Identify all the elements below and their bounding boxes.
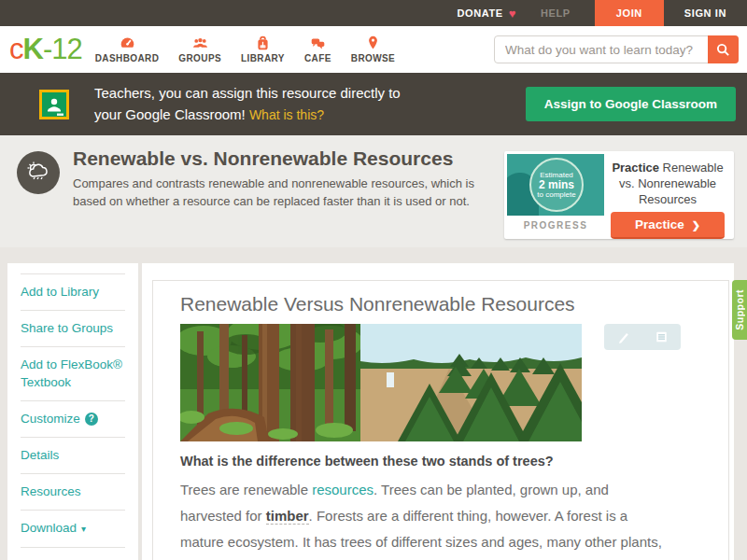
estimate-line3: to complete (537, 190, 575, 199)
search-icon (716, 43, 730, 57)
chat-icon (310, 35, 326, 51)
inline-link-resources[interactable]: resources (312, 482, 374, 497)
search-input[interactable] (494, 35, 739, 63)
assign-to-classroom-button[interactable]: Assign to Google Classroom (526, 87, 736, 121)
ck12-resource-page: DONATE♥ HELP JOIN SIGN IN cK-12 DASHBOAR… (0, 0, 747, 560)
nav-label: LIBRARY (241, 53, 285, 63)
logo-c: c (9, 33, 23, 65)
google-classroom-icon (39, 90, 69, 119)
download-label: Download (21, 521, 77, 535)
pencil-icon (617, 330, 630, 343)
people-icon (192, 35, 208, 51)
support-tab-label: Support (734, 289, 745, 330)
weather-subject-icon (17, 151, 60, 194)
practice-action-column: Practice Renewable vs. Nonrenewable Reso… (607, 151, 734, 239)
sidebar-item-add-to-library[interactable]: Add to Library (21, 273, 125, 310)
donate-label: DONATE (457, 7, 502, 19)
resource-title: Renewable vs. Nonrenewable Resources (73, 147, 453, 170)
customize-label: Customize (21, 412, 80, 426)
highlight-pencil-button[interactable] (610, 326, 638, 348)
practice-widget: Estimated 2 mins to complete PROGRESS Pr… (504, 151, 734, 239)
top-utility-bar: DONATE♥ HELP JOIN SIGN IN (0, 0, 747, 26)
nav-label: DASHBOARD (95, 53, 160, 63)
sidebar-item-resources[interactable]: Resources (21, 473, 125, 510)
help-question-badge[interactable]: ? (85, 413, 98, 426)
page-body: Add to Library Share to Groups Add to Fl… (0, 247, 747, 560)
nav-item-dashboard[interactable]: DASHBOARD (95, 35, 160, 63)
main-panel: Renewable Versus Nonrenewable Resources (142, 263, 734, 560)
logo-12: -12 (43, 33, 82, 65)
estimate-line2: 2 mins (539, 179, 574, 190)
article-question: What is the difference between these two… (180, 454, 728, 469)
article-card: Renewable Versus Nonrenewable Resources (152, 280, 729, 560)
chevron-right-icon: ❯ (692, 219, 700, 231)
practice-button[interactable]: Practice❯ (611, 212, 725, 239)
nav-item-cafe[interactable]: CAFE (304, 35, 331, 63)
main-navbar: cK-12 DASHBOARD GROUPS LIBRARY CAFE BROW… (0, 26, 747, 73)
nav-item-browse[interactable]: BROWSE (351, 35, 395, 63)
sidebar-item-download[interactable]: Download▾ (21, 510, 125, 547)
ck12-logo[interactable]: cK-12 (9, 33, 82, 66)
practice-title-bold: Practice (612, 161, 659, 175)
sign-in-button[interactable]: SIGN IN (664, 7, 747, 19)
nav-label: CAFE (304, 53, 331, 63)
natural-forest-image (180, 324, 360, 441)
search-button[interactable] (708, 35, 739, 63)
caret-down-icon: ▾ (81, 524, 86, 534)
practice-widget-title: Practice Renewable vs. Nonrenewable Reso… (609, 160, 726, 207)
help-link[interactable]: HELP (541, 7, 571, 19)
logo-k: K (23, 33, 43, 65)
paragraph-text: Trees are renewable (180, 482, 312, 497)
donate-link[interactable]: DONATE♥ (457, 7, 516, 21)
backpack-icon (255, 35, 271, 51)
article-paragraph: Trees are renewable resources. Trees can… (180, 477, 672, 560)
sidebar-item-customize[interactable]: Customize? (21, 400, 125, 437)
glossary-term-timber[interactable]: timber (266, 508, 309, 525)
banner-message: Teachers, you can assign this resource d… (94, 82, 423, 126)
practice-progress-column: Estimated 2 mins to complete PROGRESS (504, 151, 607, 239)
resource-description: Compares and contrasts renewable and non… (73, 175, 491, 210)
heart-icon: ♥ (509, 7, 516, 21)
search-bar (494, 35, 739, 63)
gauge-icon (120, 35, 135, 51)
nav-label: BROWSE (351, 53, 395, 63)
note-document-icon (655, 330, 669, 343)
nav-item-library[interactable]: LIBRARY (241, 35, 285, 63)
join-button[interactable]: JOIN (595, 0, 664, 26)
actions-sidebar: Add to Library Share to Groups Add to Fl… (7, 263, 138, 560)
support-tab[interactable]: Support (732, 280, 747, 340)
annotation-toolbar (604, 324, 681, 350)
what-is-this-link[interactable]: What is this? (249, 107, 324, 122)
estimate-circle: Estimated 2 mins to complete (529, 158, 584, 212)
quick-tips-heading: Quick Tips (21, 547, 125, 560)
progress-label: PROGRESS (524, 220, 588, 231)
sidebar-item-details[interactable]: Details (21, 437, 125, 473)
nav-label: GROUPS (178, 53, 221, 63)
google-classroom-banner: Teachers, you can assign this resource d… (0, 73, 747, 135)
practice-estimate-image[interactable]: Estimated 2 mins to complete (507, 154, 604, 216)
banner-message-text: Teachers, you can assign this resource d… (94, 85, 401, 122)
sidebar-item-share-to-groups[interactable]: Share to Groups (21, 310, 125, 346)
pin-icon (365, 35, 381, 51)
tree-farm-image (360, 324, 582, 441)
notes-button[interactable] (648, 326, 676, 348)
resource-header: Renewable vs. Nonrenewable Resources Com… (0, 135, 747, 247)
nav-item-groups[interactable]: GROUPS (178, 35, 221, 63)
sidebar-item-add-to-flexbook[interactable]: Add to FlexBook® Textbook (21, 346, 125, 400)
article-heading: Renewable Versus Nonrenewable Resources (180, 293, 728, 315)
practice-button-label: Practice (635, 217, 684, 231)
